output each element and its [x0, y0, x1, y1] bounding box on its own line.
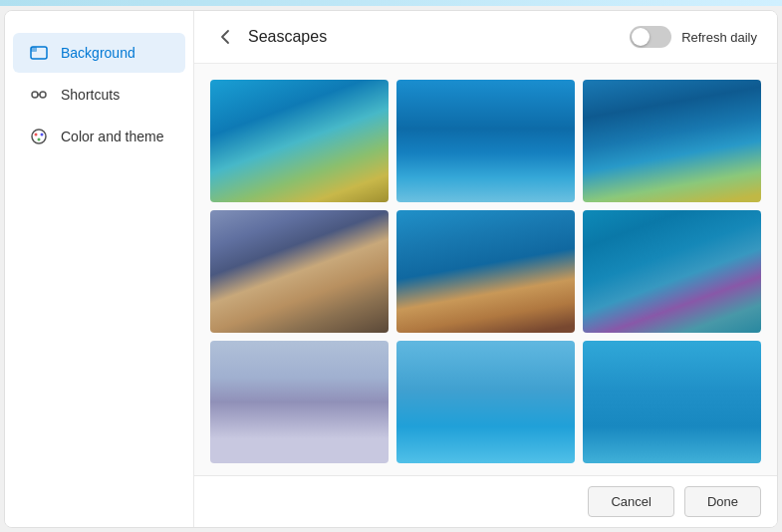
refresh-daily-label: Refresh daily: [681, 30, 757, 45]
sidebar-color-theme-label: Color and theme: [61, 129, 164, 144]
cancel-button[interactable]: Cancel: [588, 486, 673, 517]
svg-point-3: [40, 92, 46, 98]
sidebar-background-label: Background: [61, 45, 135, 61]
top-bar: [0, 0, 782, 6]
seascape-image-5[interactable]: [396, 210, 575, 333]
seascape-image-2[interactable]: [396, 80, 575, 202]
svg-point-6: [35, 133, 38, 136]
main-container: Background Shortcuts Colo: [4, 10, 778, 528]
seascape-image-9[interactable]: [583, 341, 761, 463]
background-icon: [29, 43, 49, 63]
seascape-image-8[interactable]: [396, 341, 575, 463]
sidebar-shortcuts-label: Shortcuts: [61, 87, 120, 103]
svg-point-2: [32, 92, 38, 98]
svg-rect-1: [31, 47, 37, 52]
header-right: Refresh daily: [630, 26, 757, 48]
sidebar-item-background[interactable]: Background: [13, 33, 185, 73]
palette-icon: [29, 127, 49, 146]
header-left: Seascapes: [214, 25, 327, 49]
done-button[interactable]: Done: [684, 486, 761, 517]
seascape-image-6[interactable]: [583, 210, 761, 333]
sidebar-item-shortcuts[interactable]: Shortcuts: [13, 75, 185, 115]
seascape-image-3[interactable]: [583, 80, 761, 202]
seascape-image-7[interactable]: [210, 341, 389, 463]
svg-point-7: [41, 133, 44, 136]
seascape-image-1[interactable]: [210, 80, 389, 202]
page-title: Seascapes: [248, 28, 327, 46]
content-area: Seascapes Refresh daily Cance: [194, 11, 777, 527]
back-button[interactable]: [214, 25, 238, 49]
shortcuts-icon: [29, 85, 49, 105]
image-grid: [210, 80, 761, 463]
svg-point-8: [38, 138, 41, 141]
svg-point-5: [32, 130, 46, 143]
refresh-daily-toggle[interactable]: [630, 26, 671, 48]
sidebar: Background Shortcuts Colo: [5, 11, 194, 527]
seascape-image-4[interactable]: [210, 210, 389, 333]
footer-bar: Cancel Done: [194, 475, 777, 527]
sidebar-item-color-and-theme[interactable]: Color and theme: [13, 117, 185, 156]
content-header: Seascapes Refresh daily: [194, 11, 777, 64]
image-grid-container[interactable]: [194, 64, 777, 475]
